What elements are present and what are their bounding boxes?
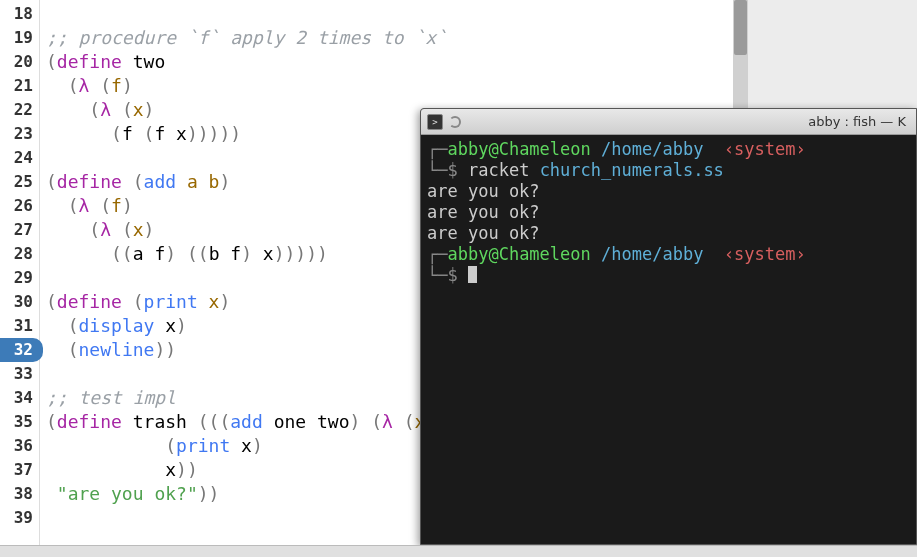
line-number: 26	[0, 194, 39, 218]
line-number: 22	[0, 98, 39, 122]
editor-scrollbar-thumb[interactable]	[734, 0, 747, 55]
line-number: 29	[0, 266, 39, 290]
line-number: 32	[0, 338, 43, 362]
line-number: 35	[0, 410, 39, 434]
line-number: 28	[0, 242, 39, 266]
line-number: 18	[0, 2, 39, 26]
line-number: 38	[0, 482, 39, 506]
line-number: 30	[0, 290, 39, 314]
terminal-window: abby : fish — K ┌─abby@Chameleon /home/a…	[420, 108, 917, 545]
terminal-body[interactable]: ┌─abby@Chameleon /home/abby ‹system› └─$…	[421, 135, 916, 544]
line-number: 23	[0, 122, 39, 146]
code-line[interactable]: ;; procedure `f` apply 2 times to `x`	[46, 26, 747, 50]
line-number: 24	[0, 146, 39, 170]
line-number: 39	[0, 506, 39, 530]
terminal-titlebar[interactable]: abby : fish — K	[421, 109, 916, 135]
terminal-cursor	[468, 266, 477, 283]
status-bar	[0, 545, 917, 557]
line-number: 31	[0, 314, 39, 338]
reload-icon	[449, 116, 461, 128]
line-number: 27	[0, 218, 39, 242]
line-number: 34	[0, 386, 39, 410]
terminal-title: abby : fish — K	[467, 114, 910, 129]
line-number: 21	[0, 74, 39, 98]
code-line[interactable]	[46, 2, 747, 26]
line-number: 25	[0, 170, 39, 194]
line-number: 36	[0, 434, 39, 458]
line-number: 33	[0, 362, 39, 386]
code-line[interactable]: (define two	[46, 50, 747, 74]
line-number: 19	[0, 26, 39, 50]
terminal-icon	[427, 114, 443, 130]
code-line[interactable]: (λ (f)	[46, 74, 747, 98]
gutter: 1819202122232425262728293031323334353637…	[0, 0, 40, 545]
line-number: 20	[0, 50, 39, 74]
line-number: 37	[0, 458, 39, 482]
